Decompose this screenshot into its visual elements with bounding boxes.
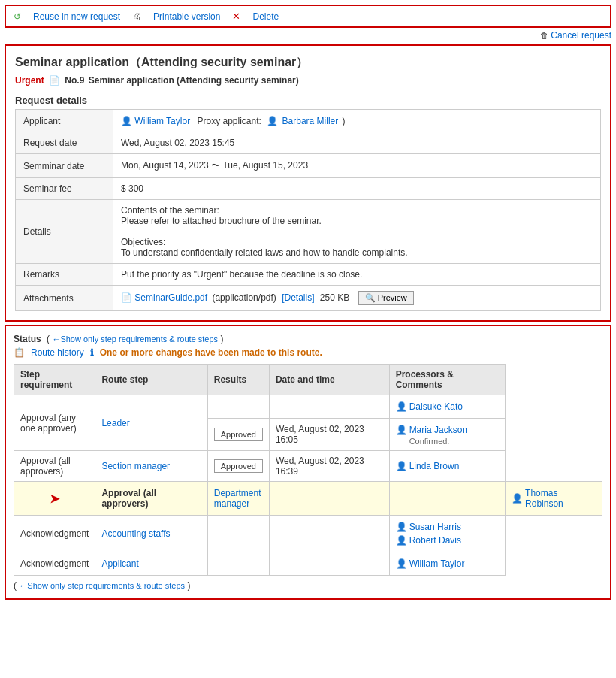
show-steps-paren-open: ( xyxy=(47,334,50,344)
approved-badge: Approved xyxy=(214,428,263,441)
col-results: Results xyxy=(207,365,269,395)
datetime-cell: Wed, August 02, 2023 16:39 xyxy=(269,451,389,482)
attachments-value: 📄 SeminarGuide.pdf (application/pdf) [De… xyxy=(113,286,601,311)
bottom-show-link[interactable]: ←Show only step requirements & route ste… xyxy=(19,581,185,590)
seminar-date-label: Semminar date xyxy=(16,154,113,178)
attachments-label: Attachments xyxy=(16,286,113,311)
request-date-label: Request date xyxy=(16,132,113,154)
table-row: Acknowledgment Accounting staffs 👤 Susan… xyxy=(14,516,602,552)
user-icon: 👤 xyxy=(396,535,407,546)
route-step-cell: Leader xyxy=(95,395,207,451)
results-cell xyxy=(207,395,269,419)
seminar-date-value: Mon, August 14, 2023 〜 Tue, August 15, 2… xyxy=(113,154,601,178)
processor-item: 👤 Maria Jackson xyxy=(396,423,499,437)
datetime-cell xyxy=(269,516,389,552)
proxy-label: Proxy applicant: xyxy=(197,116,261,126)
route-history-link[interactable]: Route history xyxy=(31,347,84,358)
attachment-details-link[interactable]: [Details] xyxy=(282,292,314,303)
user-icon: 👤 xyxy=(512,493,523,504)
applicant-user-icon: 👤 xyxy=(121,116,132,126)
processors-cell: 👤 Maria Jackson Confirmed. xyxy=(389,419,505,451)
processor-link[interactable]: Robert Davis xyxy=(409,535,461,546)
processor-link[interactable]: Thomas Robinson xyxy=(525,488,596,509)
route-history-row: 📋 Route history ℹ One or more changes ha… xyxy=(14,347,602,358)
page-title: Seminar application（Attending security s… xyxy=(15,55,601,71)
table-row-current: ➤ Approval (all approvers) Departmentman… xyxy=(14,482,602,516)
processor-item: 👤 Linda Brown xyxy=(396,459,499,473)
attachment-link[interactable]: SeminarGuide.pdf xyxy=(134,292,207,303)
attachment-size: 250 KB xyxy=(320,292,349,303)
applicant-value: 👤 William Taylor Proxy applicant: 👤 Barb… xyxy=(113,110,601,132)
processor-link[interactable]: Susan Harris xyxy=(409,522,461,532)
processor-item: 👤 William Taylor xyxy=(396,557,499,571)
delete-icon: ✕ xyxy=(232,11,240,22)
processor-item: 👤 Susan Harris xyxy=(396,520,499,534)
details-label: Details xyxy=(16,200,113,264)
user-icon: 👤 xyxy=(396,425,407,435)
results-cell: Approved xyxy=(207,419,269,451)
route-step-cell: Section manager xyxy=(95,451,207,482)
bottom-paren-open: ( xyxy=(14,580,17,591)
proxy-close: ) xyxy=(343,116,346,126)
urgent-badge: Urgent xyxy=(15,75,44,86)
proxy-link[interactable]: Barbara Miller xyxy=(282,116,339,126)
datetime-cell xyxy=(269,552,389,576)
reuse-button[interactable]: Reuse in new request xyxy=(33,11,120,22)
results-cell: Approved xyxy=(207,451,269,482)
current-arrow-icon: ➤ xyxy=(50,492,59,505)
doc-icon: 📄 xyxy=(49,75,60,86)
table-row: Approval (all approvers) Section manager… xyxy=(14,451,602,482)
table-row: Approval (any one approver) Leader 👤 Dai… xyxy=(14,395,602,419)
status-table: Step requirement Route step Results Date… xyxy=(14,364,602,576)
cancel-icon: 🗑 xyxy=(540,31,548,40)
arrow-cell: ➤ xyxy=(14,482,95,516)
applicant-label: Applicant xyxy=(16,110,113,132)
processor-item: 👤 Daisuke Kato xyxy=(396,400,499,413)
col-route-step: Route step xyxy=(95,365,207,395)
status-panel: Status ( ←Show only step requirements & … xyxy=(5,325,611,600)
remarks-label: Remarks xyxy=(16,264,113,286)
file-icon: 📄 xyxy=(121,292,132,303)
results-cell xyxy=(207,552,269,576)
no-label: No.9 xyxy=(65,75,84,86)
processors-cell: 👤 Susan Harris 👤 Robert Davis xyxy=(389,516,505,552)
reuse-icon: ↺ xyxy=(14,11,21,22)
show-steps-link[interactable]: ←Show only step requirements & route ste… xyxy=(52,334,218,344)
datetime-cell xyxy=(269,395,389,419)
processors-cell: 👤 Daisuke Kato xyxy=(389,395,505,419)
processor-link[interactable]: William Taylor xyxy=(409,558,465,569)
print-icon: 🖨 xyxy=(132,11,141,22)
user-icon: 👤 xyxy=(396,522,407,532)
user-icon: 👤 xyxy=(396,461,407,471)
applicant-link[interactable]: William Taylor xyxy=(134,116,190,126)
subtitle-text: Seminar application (Attending security … xyxy=(89,75,299,86)
route-step-cell: Accounting staffs xyxy=(95,516,207,552)
step-req-cell: Acknowledgment xyxy=(14,552,95,576)
details-value: Contents of the seminar: Please refer to… xyxy=(113,200,601,264)
details-table: Applicant 👤 William Taylor Proxy applica… xyxy=(15,110,601,311)
delete-button[interactable]: Delete xyxy=(252,11,279,22)
processors-cell: 👤 William Taylor xyxy=(389,552,505,576)
processors-cell: 👤 Linda Brown xyxy=(389,451,505,482)
processor-link[interactable]: Maria Jackson xyxy=(409,425,467,435)
processor-link[interactable]: Daisuke Kato xyxy=(409,401,463,412)
route-step-cell: Departmentmanager xyxy=(207,482,269,516)
table-row: Acknowledgment Applicant 👤 William Taylo… xyxy=(14,552,602,576)
info-icon: ℹ xyxy=(90,347,94,358)
request-date-value: Wed, August 02, 2023 15:45 xyxy=(113,132,601,154)
step-req-cell: Approval (all approvers) xyxy=(14,451,95,482)
subtitle-row: Urgent 📄 No.9 Seminar application (Atten… xyxy=(15,75,601,86)
processor-link[interactable]: Linda Brown xyxy=(409,461,460,471)
cancel-button[interactable]: Cancel request xyxy=(551,30,611,41)
seminar-fee-value: $ 300 xyxy=(113,178,601,200)
user-icon: 👤 xyxy=(396,401,407,412)
status-label: Status xyxy=(14,334,41,344)
status-header: Status ( ←Show only step requirements & … xyxy=(14,334,602,344)
preview-icon: 🔍 xyxy=(365,293,376,302)
print-button[interactable]: Printable version xyxy=(153,11,220,22)
results-cell xyxy=(207,516,269,552)
processors-cell: 👤 Thomas Robinson xyxy=(506,482,602,516)
results-cell xyxy=(269,482,389,516)
show-steps-paren-close: ) xyxy=(220,334,223,344)
preview-button[interactable]: 🔍 Preview xyxy=(358,291,414,305)
